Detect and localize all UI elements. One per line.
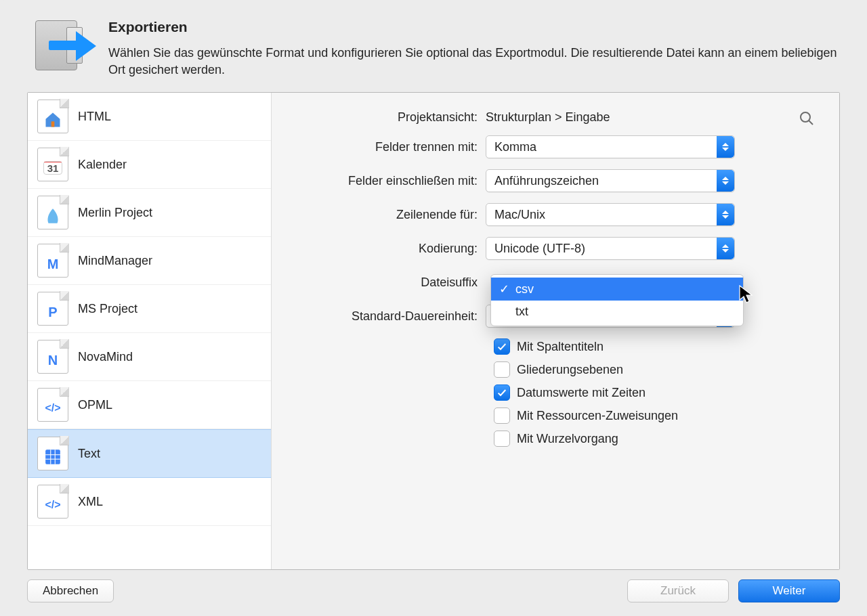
checkbox-label: Mit Wurzelvorgang (517, 432, 618, 446)
search-icon[interactable] (799, 110, 815, 127)
svg-line-7 (809, 120, 813, 125)
sidebar-item-label: Kalender (78, 158, 127, 172)
P-icon: P (37, 292, 68, 326)
sidebar-item-mindmanager[interactable]: MMindManager (28, 237, 271, 285)
svg-rect-1 (45, 450, 60, 465)
popup-arrows-icon (717, 136, 734, 158)
encoding-label: Kodierung: (289, 242, 486, 256)
cancel-button[interactable]: Abbrechen (27, 579, 114, 602)
sidebar-item-label: MindManager (78, 254, 152, 268)
separator-popup[interactable]: Komma (486, 135, 735, 158)
checkbox-row: Gliederungsebenen (494, 361, 816, 378)
suffix-option-csv[interactable]: ✓ csv (491, 278, 743, 301)
popup-arrows-icon (717, 238, 734, 259)
format-sidebar: HTML31KalenderMerlin ProjectMMindManager… (28, 93, 272, 569)
export-dialog: Exportieren Wählen Sie das gewünschte Fo… (0, 0, 867, 616)
checkbox[interactable] (494, 384, 510, 401)
check-icon: ✓ (499, 282, 510, 296)
checkbox-row: Mit Ressourcen-Zuweisungen (494, 408, 816, 424)
checkbox[interactable] (494, 408, 510, 424)
lineend-value: Mac/Unix (494, 208, 545, 222)
popup-arrows-icon (717, 170, 734, 192)
enclose-popup[interactable]: Anführungszeichen (486, 169, 735, 192)
checkbox[interactable] (494, 361, 510, 378)
enclose-label: Felder einschließen mit: (289, 174, 486, 188)
config-panel: Projektansicht: Strukturplan > Eingabe F… (272, 93, 839, 569)
back-button[interactable]: Zurück (627, 579, 729, 602)
checkbox-row: Mit Wurzelvorgang (494, 431, 816, 447)
enclose-value: Anführungszeichen (494, 174, 599, 188)
sidebar-item-novamind[interactable]: NNovaMind (28, 333, 271, 381)
suffix-dropdown[interactable]: ✓ csv txt (490, 274, 744, 326)
sidebar-item-xml[interactable]: </>XML (28, 478, 271, 526)
suffix-option-label: csv (515, 282, 534, 296)
sidebar-item-html[interactable]: HTML (28, 93, 271, 141)
body-panel: HTML31KalenderMerlin ProjectMMindManager… (27, 92, 840, 570)
code-icon: </> (37, 485, 68, 519)
checkbox[interactable] (494, 338, 510, 355)
separator-value: Komma (494, 140, 536, 154)
checkbox-row: Mit Spaltentiteln (494, 338, 816, 355)
suffix-label: Dateisuffix (289, 276, 486, 290)
project-view-label: Projektansicht: (289, 110, 486, 125)
separator-label: Felder trennen mit: (289, 140, 486, 154)
dialog-title: Exportieren (108, 19, 840, 35)
M-icon: M (37, 244, 68, 278)
sidebar-item-label: OPML (78, 398, 112, 412)
grid-icon (37, 437, 68, 470)
project-view-value: Strukturplan > Eingabe (486, 110, 816, 125)
sidebar-item-label: XML (78, 495, 103, 509)
sidebar-item-merlin-project[interactable]: Merlin Project (28, 189, 271, 237)
suffix-option-label: txt (515, 305, 528, 319)
lineend-popup[interactable]: Mac/Unix (486, 203, 735, 226)
checkbox-row: Datumswerte mit Zeiten (494, 384, 816, 401)
encoding-popup[interactable]: Unicode (UTF-8) (486, 237, 735, 260)
dialog-description: Wählen Sie das gewünschte Format und kon… (108, 45, 840, 79)
suffix-option-txt[interactable]: txt (491, 301, 743, 323)
sidebar-item-label: MS Project (78, 302, 138, 316)
duration-label: Standard-Dauereinheit: (289, 309, 486, 324)
sidebar-item-opml[interactable]: </>OPML (28, 381, 271, 429)
sidebar-item-label: Text (78, 447, 100, 461)
svg-point-6 (801, 112, 810, 122)
lineend-label: Zeilenende für: (289, 208, 486, 222)
calendar-icon: 31 (37, 148, 68, 181)
dialog-header: Exportieren Wählen Sie das gewünschte Fo… (0, 0, 867, 92)
svg-rect-0 (51, 122, 55, 127)
sidebar-item-label: NovaMind (78, 350, 133, 364)
encoding-value: Unicode (UTF-8) (494, 242, 585, 256)
checkbox-label: Datumswerte mit Zeiten (517, 386, 646, 400)
checkbox-label: Mit Spaltentiteln (517, 340, 604, 354)
export-icon (35, 19, 92, 73)
sidebar-item-ms-project[interactable]: PMS Project (28, 285, 271, 333)
checkbox-label: Mit Ressourcen-Zuweisungen (517, 409, 678, 423)
next-button[interactable]: Weiter (738, 579, 840, 602)
popup-arrows-icon (717, 204, 734, 225)
dialog-footer: Abbrechen Zurück Weiter (0, 570, 867, 602)
checkbox-label: Gliederungsebenen (517, 363, 623, 377)
sidebar-item-text[interactable]: Text (28, 429, 271, 478)
merlin-icon (37, 196, 68, 229)
sidebar-item-kalender[interactable]: 31Kalender (28, 141, 271, 189)
checkbox[interactable] (494, 431, 510, 447)
home-icon (37, 100, 68, 133)
sidebar-item-label: HTML (78, 110, 111, 124)
code-icon: </> (37, 388, 68, 422)
sidebar-item-label: Merlin Project (78, 206, 152, 220)
N-icon: N (37, 340, 68, 374)
